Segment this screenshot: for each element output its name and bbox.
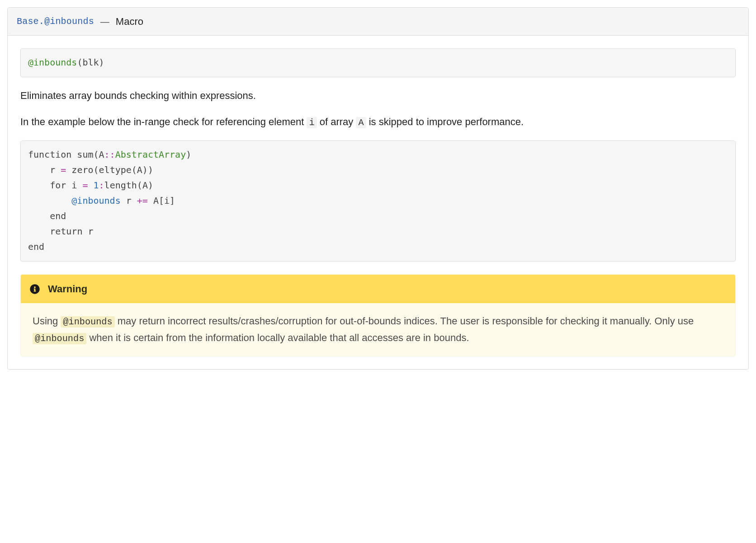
para2-post: is skipped to improve performance. [366,116,524,127]
warn-t3: when it is certain from the information … [86,332,469,343]
warn-code-1: @inbounds [61,316,114,328]
signature-suffix: (blk) [77,57,104,68]
header-dash: — [100,15,109,28]
para2-mid: of array [317,116,356,127]
example-code-block: function sum(A::AbstractArray) r = zero(… [20,140,736,262]
signature-macro: @inbounds [28,57,77,68]
docstring-header: Base.@inbounds — Macro [8,8,748,36]
signature-block: @inbounds(blk) [20,48,736,77]
paragraph-description: Eliminates array bounds checking within … [20,88,736,103]
para2-pre: In the example below the in-range check … [20,116,307,127]
docstring-block: Base.@inbounds — Macro @inbounds(blk) El… [7,7,749,370]
docstring-category: Macro [116,14,143,29]
warn-t2: may return incorrect results/crashes/cor… [115,315,694,327]
binding-link[interactable]: Base.@inbounds [17,15,94,28]
paragraph-example-intro: In the example below the in-range check … [20,114,736,130]
docstring-body: @inbounds(blk) Eliminates array bounds c… [8,36,748,369]
warning-header: Warning [21,275,735,303]
inline-code-i: i [307,117,317,128]
example-code: function sum(A::AbstractArray) r = zero(… [28,149,191,252]
warn-t1: Using [33,315,61,327]
warning-body: Using @inbounds may return incorrect res… [21,303,735,356]
warn-code-2: @inbounds [33,333,86,344]
warning-title: Warning [48,281,87,296]
warning-icon [30,284,40,294]
signature-code: @inbounds(blk) [28,57,104,68]
inline-code-a: A [356,117,366,128]
warning-admonition: Warning Using @inbounds may return incor… [20,274,736,356]
